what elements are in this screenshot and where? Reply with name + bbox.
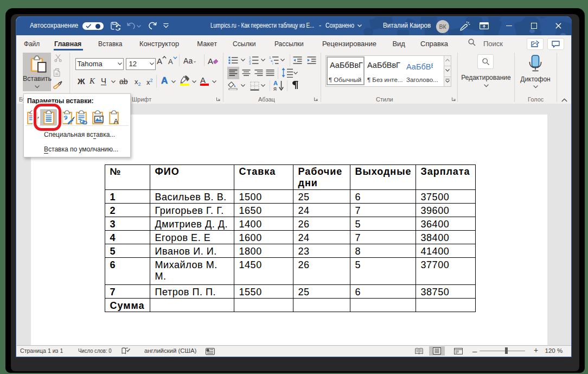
svg-text:i: i xyxy=(272,62,273,65)
svg-text:A: A xyxy=(114,117,119,125)
svg-text:3: 3 xyxy=(249,62,251,65)
